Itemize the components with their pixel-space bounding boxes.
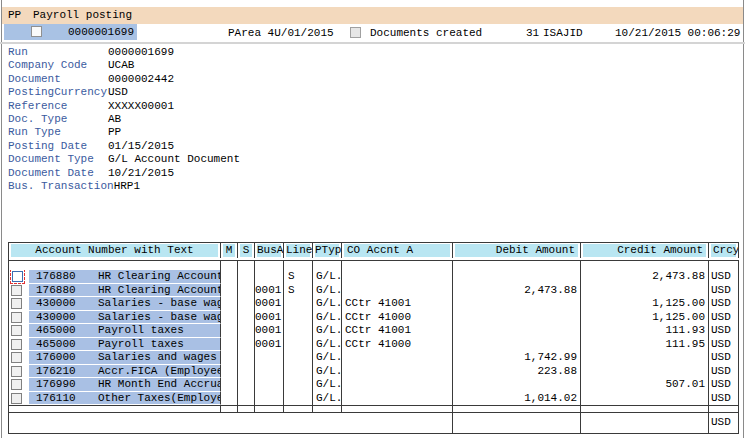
- cell-m: [221, 284, 238, 298]
- field-row: Run0000001699: [8, 46, 240, 59]
- cell-account[interactable]: 176000Salaries and wages p: [29, 351, 221, 365]
- cell-co-accnt: [342, 351, 453, 365]
- table-row[interactable]: 176880HR Clearing Account0001SG/L..2,473…: [9, 284, 739, 298]
- cell-currency: USD: [709, 351, 739, 365]
- cell-account[interactable]: 430000Salaries - base wage: [29, 297, 221, 311]
- cell-currency: USD: [709, 338, 739, 352]
- cell-credit: [581, 284, 709, 298]
- run-selection-cell[interactable]: 0000001699: [4, 24, 137, 40]
- header-cell: CO Accnt A: [342, 243, 453, 258]
- field-label: PostingCurrency: [8, 86, 108, 99]
- cell-account[interactable]: 430000Salaries - base wage: [29, 311, 221, 325]
- cell-busa: [255, 378, 284, 392]
- table-row[interactable]: 176990HR Month End AccrualG/L..507.01USD: [9, 378, 739, 392]
- field-value: HRP1: [114, 180, 140, 192]
- cell-debit: [453, 270, 581, 284]
- cell-currency: USD: [709, 270, 739, 284]
- table-row[interactable]: 430000Salaries - base wage0001G/L..CCtr …: [9, 311, 739, 325]
- header-label: CO Accnt A: [344, 244, 450, 257]
- cell-co-accnt: [342, 365, 453, 379]
- row-checkbox[interactable]: [11, 352, 22, 363]
- field-label: Document Date: [8, 167, 108, 180]
- header-cell: Debit Amount: [453, 243, 581, 258]
- account-number: 176880: [36, 270, 98, 283]
- documents-created-checkbox[interactable]: [350, 27, 361, 38]
- cell-m: [221, 351, 238, 365]
- cell-credit: 1,125.00: [581, 297, 709, 311]
- row-checkbox[interactable]: [11, 325, 22, 336]
- table-row[interactable]: 176880HR Clearing AccountSG/L..2,473.88U…: [9, 270, 739, 284]
- row-checkbox[interactable]: [11, 312, 22, 323]
- row-checkbox[interactable]: [11, 285, 22, 296]
- cell-m: [221, 378, 238, 392]
- cell-co-accnt: CCtr 41000: [342, 338, 453, 352]
- header-label: Account Number with Text: [11, 244, 218, 257]
- cell-m: [221, 297, 238, 311]
- cell-line: [284, 311, 313, 325]
- cell-credit: 111.93: [581, 324, 709, 338]
- cell-line: S: [284, 270, 313, 284]
- cell-s: [238, 270, 255, 284]
- title-bar: PP Payroll posting: [2, 7, 743, 24]
- cell-account[interactable]: 176110Other Taxes(Employee: [29, 392, 221, 406]
- account-text: Accr.FICA (Employee): [98, 365, 221, 377]
- table-row[interactable]: 430000Salaries - base wage0001G/L..CCtr …: [9, 297, 739, 311]
- field-row: Company CodeUCAB: [8, 59, 240, 72]
- cell-currency: USD: [709, 311, 739, 325]
- field-label: Reference: [8, 100, 108, 113]
- account-text: HR Month End Accrual: [98, 378, 221, 390]
- cell-debit: [453, 324, 581, 338]
- table-body: 176880HR Clearing AccountSG/L..2,473.88U…: [9, 270, 739, 405]
- cell-select: [9, 392, 29, 406]
- cell-credit: 1,125.00: [581, 311, 709, 325]
- row-checkbox[interactable]: [11, 339, 22, 350]
- table-spacer-row: [9, 406, 739, 412]
- cell-co-accnt: [342, 270, 453, 284]
- table-row[interactable]: 176210Accr.FICA (Employee)G/L..223.88USD: [9, 365, 739, 379]
- table-row[interactable]: 465000Payroll taxes0001G/L..CCtr 4100011…: [9, 338, 739, 352]
- field-row: ReferenceXXXXX00001: [8, 100, 240, 113]
- row-checkbox[interactable]: [11, 298, 22, 309]
- cell-s: [238, 365, 255, 379]
- cell-busa: 0001: [255, 311, 284, 325]
- account-text: Salaries and wages p: [98, 351, 221, 363]
- spacer-cell: [709, 406, 739, 412]
- spacer-cell: [238, 406, 255, 412]
- row-checkbox[interactable]: [11, 393, 22, 404]
- cell-busa: 0001: [255, 324, 284, 338]
- cell-account[interactable]: 176210Accr.FICA (Employee): [29, 365, 221, 379]
- cell-busa: [255, 270, 284, 284]
- cell-account[interactable]: 176880HR Clearing Account: [29, 284, 221, 298]
- cell-ptyp: G/L..: [313, 324, 342, 338]
- cell-account[interactable]: 176880HR Clearing Account: [29, 270, 221, 284]
- field-row: PostingCurrencyUSD: [8, 86, 240, 99]
- table-total-row: * Posting document 0000002442 5,454.77 5…: [9, 412, 739, 434]
- cell-credit: 507.01: [581, 378, 709, 392]
- cell-ptyp: G/L..: [313, 311, 342, 325]
- spacer-cell: [255, 406, 284, 412]
- header-separator: [0, 42, 745, 44]
- field-value: 10/21/2015: [108, 167, 174, 179]
- run-checkbox[interactable]: [31, 26, 42, 37]
- field-row: Document0000002442: [8, 73, 240, 86]
- row-checkbox[interactable]: [11, 379, 22, 390]
- table-row[interactable]: 465000Payroll taxes0001G/L..CCtr 4100111…: [9, 324, 739, 338]
- table-row[interactable]: 176110Other Taxes(EmployeeG/L..1,014.02U…: [9, 392, 739, 406]
- field-value: 01/15/2015: [108, 140, 174, 152]
- cell-account[interactable]: 465000Payroll taxes: [29, 338, 221, 352]
- row-checkbox[interactable]: [12, 271, 23, 282]
- field-row: Doc. TypeAB: [8, 113, 240, 126]
- cell-currency: USD: [709, 365, 739, 379]
- cell-currency: USD: [709, 324, 739, 338]
- header-label: Line: [286, 244, 310, 257]
- total-currency: USD: [709, 413, 739, 433]
- account-text: HR Clearing Account: [98, 270, 221, 282]
- cell-account[interactable]: 465000Payroll taxes: [29, 324, 221, 338]
- cell-m: [221, 270, 238, 284]
- table-row[interactable]: 176000Salaries and wages pG/L..1,742.99U…: [9, 351, 739, 365]
- document-count: 31: [526, 24, 539, 42]
- field-value: USD: [108, 86, 128, 98]
- row-checkbox[interactable]: [11, 366, 22, 377]
- cell-debit: [453, 297, 581, 311]
- cell-account[interactable]: 176990HR Month End Accrual: [29, 378, 221, 392]
